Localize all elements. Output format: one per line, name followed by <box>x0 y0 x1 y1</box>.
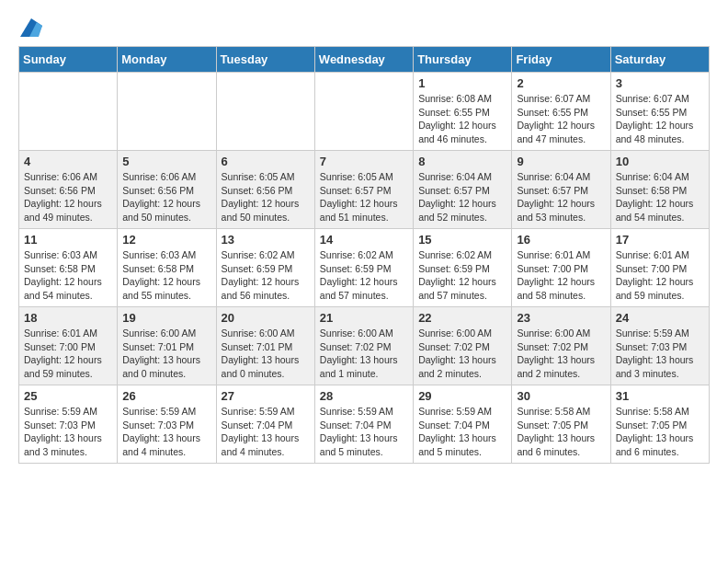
day-info: Sunrise: 6:07 AM Sunset: 6:55 PM Dayligh… <box>517 92 605 146</box>
day-number: 10 <box>616 155 704 168</box>
day-info: Sunrise: 6:02 AM Sunset: 6:59 PM Dayligh… <box>320 248 408 303</box>
calendar-cell-5-6: 30Sunrise: 5:58 AM Sunset: 7:05 PM Dayli… <box>512 385 610 464</box>
weekday-header-tuesday: Tuesday <box>216 47 314 73</box>
day-number: 14 <box>320 233 408 247</box>
day-info: Sunrise: 6:03 AM Sunset: 6:58 PM Dayligh… <box>24 248 112 303</box>
day-number: 24 <box>616 311 704 325</box>
day-info: Sunrise: 5:59 AM Sunset: 7:03 PM Dayligh… <box>616 327 704 381</box>
calendar-table: SundayMondayTuesdayWednesdayThursdayFrid… <box>18 46 710 464</box>
calendar-cell-3-5: 15Sunrise: 6:02 AM Sunset: 6:59 PM Dayli… <box>414 229 512 307</box>
day-info: Sunrise: 6:00 AM Sunset: 7:02 PM Dayligh… <box>320 327 408 381</box>
calendar-cell-4-2: 19Sunrise: 6:00 AM Sunset: 7:01 PM Dayli… <box>118 307 216 385</box>
day-info: Sunrise: 6:06 AM Sunset: 6:56 PM Dayligh… <box>122 170 210 224</box>
day-number: 9 <box>517 155 605 168</box>
calendar-cell-3-4: 14Sunrise: 6:02 AM Sunset: 6:59 PM Dayli… <box>314 229 413 307</box>
weekday-header-saturday: Saturday <box>610 47 709 73</box>
day-info: Sunrise: 5:59 AM Sunset: 7:04 PM Dayligh… <box>222 405 310 459</box>
calendar-week-3: 11Sunrise: 6:03 AM Sunset: 6:58 PM Dayli… <box>19 229 710 307</box>
day-number: 22 <box>418 311 506 325</box>
day-number: 4 <box>24 155 112 168</box>
weekday-header-thursday: Thursday <box>414 47 512 73</box>
day-info: Sunrise: 6:01 AM Sunset: 7:00 PM Dayligh… <box>517 248 605 303</box>
calendar-cell-1-6: 2Sunrise: 6:07 AM Sunset: 6:55 PM Daylig… <box>512 73 610 151</box>
day-number: 7 <box>320 155 408 168</box>
calendar-cell-5-4: 28Sunrise: 5:59 AM Sunset: 7:04 PM Dayli… <box>314 385 413 464</box>
calendar-cell-2-6: 9Sunrise: 6:04 AM Sunset: 6:57 PM Daylig… <box>512 151 610 229</box>
calendar-cell-2-3: 6Sunrise: 6:05 AM Sunset: 6:56 PM Daylig… <box>216 151 314 229</box>
day-number: 27 <box>222 389 310 403</box>
weekday-header-wednesday: Wednesday <box>314 47 413 73</box>
calendar-cell-4-6: 23Sunrise: 6:00 AM Sunset: 7:02 PM Dayli… <box>512 307 610 385</box>
day-info: Sunrise: 6:01 AM Sunset: 7:00 PM Dayligh… <box>24 327 112 381</box>
day-info: Sunrise: 6:01 AM Sunset: 7:00 PM Dayligh… <box>616 248 704 303</box>
calendar-cell-4-7: 24Sunrise: 5:59 AM Sunset: 7:03 PM Dayli… <box>610 307 709 385</box>
day-number: 20 <box>222 311 310 325</box>
day-number: 23 <box>517 311 605 325</box>
calendar-cell-5-5: 29Sunrise: 5:59 AM Sunset: 7:04 PM Dayli… <box>414 385 512 464</box>
calendar-cell-4-1: 18Sunrise: 6:01 AM Sunset: 7:00 PM Dayli… <box>19 307 118 385</box>
calendar-cell-3-1: 11Sunrise: 6:03 AM Sunset: 6:58 PM Dayli… <box>19 229 118 307</box>
day-info: Sunrise: 6:02 AM Sunset: 6:59 PM Dayligh… <box>222 248 310 303</box>
calendar-cell-2-4: 7Sunrise: 6:05 AM Sunset: 6:57 PM Daylig… <box>314 151 413 229</box>
day-number: 2 <box>517 76 605 90</box>
calendar-cell-1-1 <box>19 73 118 151</box>
day-number: 17 <box>616 233 704 247</box>
day-number: 25 <box>24 389 112 403</box>
day-number: 31 <box>616 389 704 403</box>
day-info: Sunrise: 6:06 AM Sunset: 6:56 PM Dayligh… <box>24 170 112 224</box>
weekday-header-sunday: Sunday <box>19 47 118 73</box>
weekday-header-row: SundayMondayTuesdayWednesdayThursdayFrid… <box>19 47 710 73</box>
calendar-cell-5-3: 27Sunrise: 5:59 AM Sunset: 7:04 PM Dayli… <box>216 385 314 464</box>
day-number: 18 <box>24 311 112 325</box>
day-info: Sunrise: 6:07 AM Sunset: 6:55 PM Dayligh… <box>616 92 704 146</box>
day-info: Sunrise: 5:59 AM Sunset: 7:04 PM Dayligh… <box>320 405 408 459</box>
calendar-cell-3-2: 12Sunrise: 6:03 AM Sunset: 6:58 PM Dayli… <box>118 229 216 307</box>
day-info: Sunrise: 6:04 AM Sunset: 6:58 PM Dayligh… <box>616 170 704 224</box>
calendar-cell-2-2: 5Sunrise: 6:06 AM Sunset: 6:56 PM Daylig… <box>118 151 216 229</box>
day-info: Sunrise: 6:02 AM Sunset: 6:59 PM Dayligh… <box>418 248 506 303</box>
day-info: Sunrise: 5:59 AM Sunset: 7:03 PM Dayligh… <box>24 405 112 459</box>
day-number: 11 <box>24 233 112 247</box>
day-info: Sunrise: 6:03 AM Sunset: 6:58 PM Dayligh… <box>122 248 210 303</box>
day-number: 30 <box>517 389 605 403</box>
day-info: Sunrise: 6:04 AM Sunset: 6:57 PM Dayligh… <box>517 170 605 224</box>
day-info: Sunrise: 6:08 AM Sunset: 6:55 PM Dayligh… <box>418 92 506 146</box>
day-info: Sunrise: 6:00 AM Sunset: 7:02 PM Dayligh… <box>418 327 506 381</box>
day-info: Sunrise: 5:59 AM Sunset: 7:03 PM Dayligh… <box>122 405 210 459</box>
day-info: Sunrise: 6:00 AM Sunset: 7:01 PM Dayligh… <box>122 327 210 381</box>
day-number: 29 <box>418 389 506 403</box>
calendar-cell-1-7: 3Sunrise: 6:07 AM Sunset: 6:55 PM Daylig… <box>610 73 709 151</box>
logo <box>18 18 42 37</box>
weekday-header-monday: Monday <box>118 47 216 73</box>
day-info: Sunrise: 5:58 AM Sunset: 7:05 PM Dayligh… <box>616 405 704 459</box>
calendar-week-2: 4Sunrise: 6:06 AM Sunset: 6:56 PM Daylig… <box>19 151 710 229</box>
calendar-week-1: 1Sunrise: 6:08 AM Sunset: 6:55 PM Daylig… <box>19 73 710 151</box>
calendar-cell-4-4: 21Sunrise: 6:00 AM Sunset: 7:02 PM Dayli… <box>314 307 413 385</box>
day-info: Sunrise: 6:00 AM Sunset: 7:02 PM Dayligh… <box>517 327 605 381</box>
day-info: Sunrise: 6:05 AM Sunset: 6:57 PM Dayligh… <box>320 170 408 224</box>
day-number: 12 <box>122 233 210 247</box>
day-number: 8 <box>418 155 506 168</box>
day-number: 1 <box>418 76 506 90</box>
day-number: 3 <box>616 76 704 90</box>
calendar-cell-4-5: 22Sunrise: 6:00 AM Sunset: 7:02 PM Dayli… <box>414 307 512 385</box>
day-info: Sunrise: 5:58 AM Sunset: 7:05 PM Dayligh… <box>517 405 605 459</box>
day-info: Sunrise: 6:00 AM Sunset: 7:01 PM Dayligh… <box>222 327 310 381</box>
calendar-week-4: 18Sunrise: 6:01 AM Sunset: 7:00 PM Dayli… <box>19 307 710 385</box>
calendar-cell-1-5: 1Sunrise: 6:08 AM Sunset: 6:55 PM Daylig… <box>414 73 512 151</box>
calendar-cell-1-4 <box>314 73 413 151</box>
day-number: 5 <box>122 155 210 168</box>
calendar-cell-2-5: 8Sunrise: 6:04 AM Sunset: 6:57 PM Daylig… <box>414 151 512 229</box>
day-info: Sunrise: 5:59 AM Sunset: 7:04 PM Dayligh… <box>418 405 506 459</box>
day-number: 13 <box>222 233 310 247</box>
calendar-cell-3-6: 16Sunrise: 6:01 AM Sunset: 7:00 PM Dayli… <box>512 229 610 307</box>
day-info: Sunrise: 6:04 AM Sunset: 6:57 PM Dayligh… <box>418 170 506 224</box>
day-number: 16 <box>517 233 605 247</box>
calendar-cell-2-1: 4Sunrise: 6:06 AM Sunset: 6:56 PM Daylig… <box>19 151 118 229</box>
day-number: 26 <box>122 389 210 403</box>
calendar-cell-3-3: 13Sunrise: 6:02 AM Sunset: 6:59 PM Dayli… <box>216 229 314 307</box>
day-number: 15 <box>418 233 506 247</box>
logo-icon <box>20 18 42 37</box>
day-number: 28 <box>320 389 408 403</box>
calendar-cell-4-3: 20Sunrise: 6:00 AM Sunset: 7:01 PM Dayli… <box>216 307 314 385</box>
